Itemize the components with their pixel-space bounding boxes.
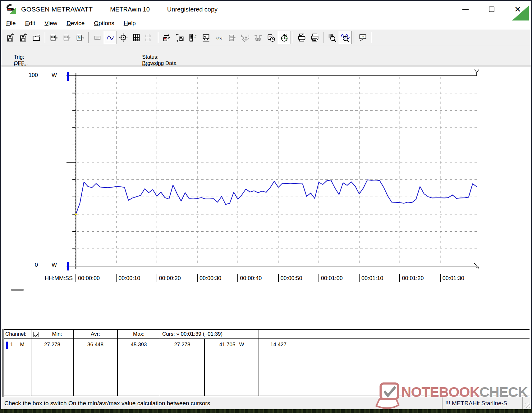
- zoom-in-button[interactable]: [339, 31, 352, 44]
- chart-view-button[interactable]: [104, 31, 117, 44]
- channel-list-button[interactable]: 1:M2:P: [186, 31, 200, 44]
- resize-corner-icon[interactable]: [512, 6, 529, 20]
- svg-text:321: 321: [52, 36, 54, 38]
- maximize-button[interactable]: [479, 1, 505, 17]
- menu-bar: FileEditViewDeviceOptionsHelp: [1, 17, 531, 29]
- toolbar-separator: [323, 32, 324, 43]
- x-tick-mark: [359, 274, 360, 282]
- header-min-label: Min:: [52, 331, 62, 337]
- status-bar: Check the box to switch On the min/avr/m…: [1, 397, 531, 409]
- header-min: Min:: [31, 330, 74, 338]
- print-button[interactable]: [308, 31, 321, 44]
- horizontal-scroll-thumb[interactable]: [11, 289, 24, 291]
- cell-avr: 36.448: [74, 339, 118, 396]
- cell-cursor1-value: 27.278: [160, 339, 205, 396]
- x-tick-label: 00:01:20: [402, 275, 424, 282]
- toolbar-separator: [88, 32, 89, 43]
- x-tick-mark: [76, 274, 76, 282]
- y-bottom-channel-marker[interactable]: [67, 262, 69, 270]
- minmax-checkbox[interactable]: [33, 332, 39, 337]
- table-header-row: Channel: Min: Avr: Max: Curs: » 00:01:39…: [4, 330, 530, 339]
- cell-max: 45.393: [118, 339, 160, 396]
- title-brand: GOSSEN METRAWATT: [21, 6, 93, 13]
- app-logo-icon: [6, 4, 17, 15]
- histogram-view-button: [143, 31, 156, 44]
- zoom-out-button[interactable]: [326, 31, 339, 44]
- minimize-button[interactable]: [452, 1, 479, 17]
- comment-button[interactable]: !?: [356, 31, 369, 44]
- crosshair-icon: [119, 33, 128, 42]
- tablegrid-icon: [132, 33, 141, 42]
- zoomwave-icon: [341, 33, 350, 42]
- x-axis-labels: HH:MM:SS 00:00:0000:00:1000:00:2000:00:3…: [1, 274, 531, 285]
- table-view-button[interactable]: [130, 31, 143, 44]
- file-import-button[interactable]: [17, 31, 30, 44]
- header-channel: Channel:: [4, 330, 31, 338]
- chart-panel: 100 W 0 W HH:MM:SS 00:00:0000:00:1000:00…: [1, 66, 531, 329]
- meter-config-button: 321: [226, 31, 239, 44]
- desktop-background-strip: [0, 409, 532, 413]
- cursor2-number: 41.705: [219, 342, 235, 348]
- cursor2-unit: W: [239, 342, 244, 348]
- power-trend-plot[interactable]: [1, 66, 531, 290]
- cell-min: 27.278: [31, 339, 74, 396]
- stopwatch-icon: [280, 33, 289, 42]
- toolbar: 321321M12571:M2:P=f(x)32112!?: [1, 29, 531, 46]
- fx-icon: =f(x): [215, 33, 223, 42]
- zoomdense-icon: [328, 33, 337, 42]
- toolbar-separator: [293, 32, 293, 43]
- svg-text:2:P: 2:P: [193, 37, 196, 39]
- device-store-button[interactable]: [173, 31, 186, 44]
- x-tick-label: 00:00:40: [240, 275, 262, 282]
- x-tick-mark: [116, 274, 117, 282]
- table-row[interactable]: 1 M 27.278 36.448 45.393 27.278 41.705 W…: [4, 339, 530, 396]
- acquisition-info-strip: Trig: OFF Chan: 123456789 Status: Browsi…: [1, 46, 531, 66]
- x-tick-mark: [157, 274, 157, 282]
- measurement-table: Channel: Min: Avr: Max: Curs: » 00:01:39…: [4, 329, 530, 396]
- app-window: GOSSEN METRAWATT METRAwin 10 Unregistere…: [1, 1, 531, 409]
- floppy_out-icon: [6, 33, 15, 42]
- schedule-button[interactable]: 12: [265, 31, 278, 44]
- memory-read-button[interactable]: M: [73, 31, 86, 44]
- device-status-segment: !!! METRAHit Starline-S: [442, 397, 522, 409]
- pulse-icon: [254, 33, 263, 42]
- device-link-button[interactable]: [160, 31, 173, 44]
- x-tick-label: 00:00:10: [118, 275, 140, 282]
- x-axis-format-label: HH:MM:SS: [1, 275, 73, 282]
- timer-button[interactable]: [278, 31, 291, 44]
- memory_out-icon: M: [76, 33, 84, 42]
- lcd-icon: 1257: [93, 33, 102, 42]
- file-export-button[interactable]: [4, 31, 17, 44]
- wave-icon: [106, 33, 115, 42]
- maximize-icon: [489, 7, 494, 12]
- menu-options[interactable]: Options: [89, 20, 119, 27]
- live-monitor-button[interactable]: [200, 31, 213, 44]
- file-open-button[interactable]: [30, 31, 43, 44]
- cursor-mode-button[interactable]: [117, 31, 130, 44]
- channel-color-marker: [6, 342, 8, 349]
- status-spacer-segment: [380, 397, 442, 409]
- x-tick-mark: [237, 274, 238, 282]
- svg-text:!?: !?: [362, 36, 364, 39]
- meter-write-button: 321: [60, 31, 73, 44]
- sine-icon: [241, 33, 250, 42]
- print-preview-button[interactable]: [295, 31, 308, 44]
- pane-splitter[interactable]: [2, 329, 4, 397]
- menu-edit[interactable]: Edit: [21, 20, 40, 27]
- meter-read-button[interactable]: 321: [47, 31, 60, 44]
- svg-text:321: 321: [230, 36, 233, 38]
- cell-delta-value: 14.427: [259, 339, 530, 396]
- channel-memory-flag: M: [20, 342, 24, 348]
- menu-help[interactable]: Help: [119, 20, 140, 27]
- devclock-icon: 12: [267, 33, 276, 42]
- measurement-table-area: Channel: Min: Avr: Max: Curs: » 00:01:39…: [1, 329, 531, 397]
- svg-text:1:M: 1:M: [193, 34, 196, 36]
- menu-view[interactable]: View: [40, 20, 62, 27]
- bubble-icon: !?: [358, 33, 367, 42]
- svg-text:321: 321: [65, 36, 67, 38]
- menu-file[interactable]: File: [1, 20, 21, 27]
- y-top-channel-marker[interactable]: [67, 72, 69, 81]
- menu-device[interactable]: Device: [62, 20, 89, 27]
- formula-button[interactable]: =f(x): [213, 31, 226, 44]
- resize-grip[interactable]: [525, 403, 530, 408]
